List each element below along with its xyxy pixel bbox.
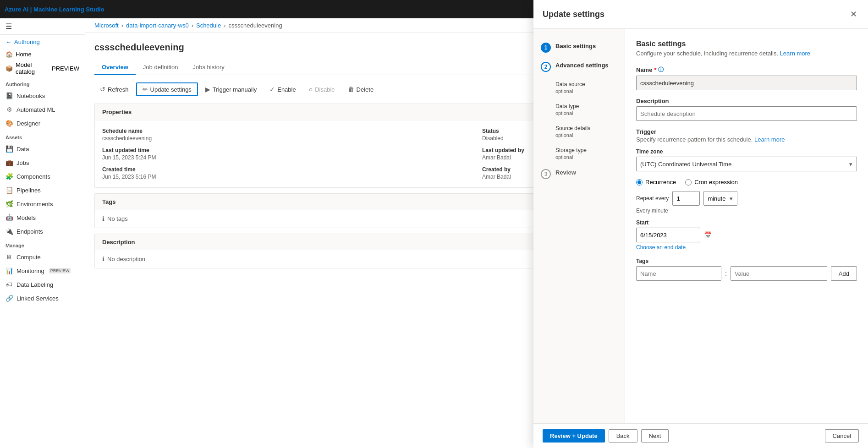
breadcrumb-microsoft[interactable]: Microsoft	[94, 22, 119, 29]
wizard-step-source-details[interactable]: Source details optional	[533, 120, 625, 142]
repeat-every-input[interactable]	[672, 191, 700, 206]
tags-form-label: Tags	[636, 258, 857, 264]
trigger-learn-more-link[interactable]: Learn more	[754, 136, 785, 143]
sidebar-item-pipelines[interactable]: 📋 Pipelines	[0, 183, 85, 197]
delete-button[interactable]: 🗑 Delete	[342, 83, 379, 95]
sidebar-item-jobs[interactable]: 💼 Jobs	[0, 156, 85, 169]
review-update-button[interactable]: Review + Update	[543, 429, 605, 443]
tag-value-input[interactable]	[731, 266, 827, 281]
trigger-manually-button[interactable]: ▶ Trigger manually	[200, 83, 262, 95]
sidebar-item-environments[interactable]: 🌿 Environments	[0, 197, 85, 211]
tab-jobs-history[interactable]: Jobs history	[185, 60, 231, 75]
designer-icon: 🎨	[5, 120, 13, 127]
panel-close-button[interactable]: ✕	[848, 7, 859, 21]
authoring-section-label: Authoring	[0, 77, 85, 89]
breadcrumb-schedule[interactable]: Schedule	[196, 22, 221, 29]
description-label: Description	[636, 98, 857, 104]
model-catalog-icon: 📦	[5, 65, 13, 72]
back-button[interactable]: Back	[609, 429, 637, 443]
automated-ml-label: Automated ML	[16, 106, 55, 113]
sidebar-item-linked-services[interactable]: 🔗 Linked Services	[0, 291, 85, 305]
hamburger-icon[interactable]: ☰	[5, 22, 12, 31]
repeat-unit-select[interactable]: minute hour day week month	[703, 191, 737, 206]
repeat-unit-wrapper: minute hour day week month ▾	[703, 191, 737, 206]
sidebar-item-designer[interactable]: 🎨 Designer	[0, 116, 85, 130]
home-item[interactable]: 🏠 Home	[0, 49, 85, 60]
wizard-step-source-details-optional: optional	[555, 132, 590, 138]
recurrence-radio-item[interactable]: Recurrence	[636, 179, 676, 186]
tab-overview[interactable]: Overview	[94, 60, 136, 75]
cron-label: Cron expression	[694, 179, 738, 186]
tags-info-icon: ℹ	[102, 215, 104, 222]
sidebar-item-monitoring[interactable]: 📊 Monitoring PREVIEW	[0, 264, 85, 278]
choose-end-link[interactable]: Choose an end date	[636, 244, 857, 251]
data-labeling-icon: 🏷	[5, 281, 13, 288]
monitoring-icon: 📊	[5, 267, 13, 274]
next-button[interactable]: Next	[641, 429, 669, 443]
timezone-select[interactable]: (UTC) Coordinated Universal Time	[636, 157, 857, 171]
sidebar-item-models[interactable]: 🤖 Models	[0, 211, 85, 224]
tags-inputs: : Add	[636, 266, 857, 281]
sidebar-item-data[interactable]: 💾 Data	[0, 142, 85, 156]
wizard-step-advanced-settings[interactable]: 2 Advanced settings	[533, 57, 625, 76]
topbar-left: Azure AI | Machine Learning Studio	[5, 6, 104, 13]
wizard-step-basic-settings[interactable]: 1 Basic settings	[533, 38, 625, 57]
disable-button[interactable]: ○ Disable	[303, 83, 341, 95]
wizard-step-2-num: 2	[541, 62, 551, 72]
cron-radio[interactable]	[685, 179, 692, 186]
cron-radio-item[interactable]: Cron expression	[685, 179, 738, 186]
calendar-icon[interactable]: 📅	[704, 231, 712, 239]
sidebar-item-components[interactable]: 🧩 Components	[0, 169, 85, 183]
start-date-input[interactable]	[636, 228, 700, 242]
back-arrow-icon: ←	[5, 38, 11, 45]
wizard-step-data-source[interactable]: Data source optional	[533, 76, 625, 98]
description-input[interactable]	[636, 106, 857, 121]
tag-add-button[interactable]: Add	[831, 266, 857, 281]
monitoring-label: Monitoring	[16, 268, 44, 274]
wizard-step-data-type-content: Data type optional	[555, 103, 579, 116]
breadcrumb-current: cssscheduleevening	[229, 22, 282, 29]
tag-name-input[interactable]	[636, 266, 721, 281]
sidebar-item-data-labeling[interactable]: 🏷 Data Labeling	[0, 278, 85, 291]
wizard-step-data-type[interactable]: Data type optional	[533, 98, 625, 120]
prop-created-time: Created time Jun 15, 2023 5:16 PM	[102, 166, 471, 180]
prop-schedule-name: Schedule name cssscheduleevening	[102, 128, 471, 142]
disable-icon: ○	[309, 86, 313, 93]
tab-job-definition[interactable]: Job definition	[136, 60, 186, 75]
linked-services-label: Linked Services	[16, 295, 59, 302]
start-row: 📅	[636, 228, 857, 242]
enable-button[interactable]: ✓ Enable	[264, 83, 301, 95]
model-catalog-item[interactable]: 📦 Model catalog PREVIEW	[0, 60, 85, 77]
name-input[interactable]	[636, 76, 857, 90]
sidebar-item-endpoints[interactable]: 🔌 Endpoints	[0, 224, 85, 238]
prop-last-updated-time-label: Last updated time	[102, 147, 471, 153]
back-to-workspaces[interactable]: ← Authoring	[0, 35, 85, 49]
wizard-step-review[interactable]: 3 Review	[533, 164, 625, 184]
tags-form-field: Tags : Add	[636, 258, 857, 281]
trigger-desc-text: Specify recurrence pattern for this sche…	[636, 136, 754, 143]
timezone-label: Time zone	[636, 148, 857, 155]
recurrence-radio[interactable]	[636, 179, 643, 186]
form-section-learn-more-link[interactable]: Learn more	[780, 50, 810, 57]
cancel-button[interactable]: Cancel	[825, 429, 859, 443]
description-field: Description	[636, 98, 857, 121]
preview-badge: PREVIEW	[52, 65, 79, 72]
sidebar-item-compute[interactable]: 🖥 Compute	[0, 250, 85, 264]
wizard-step-storage-type[interactable]: Storage type optional	[533, 142, 625, 164]
update-settings-button[interactable]: ✏ Update settings	[136, 82, 198, 96]
home-label: Home	[16, 51, 32, 58]
name-required: *	[654, 66, 656, 73]
sidebar-item-notebooks[interactable]: 📓 Notebooks	[0, 89, 85, 103]
breadcrumb-sep-2: ›	[192, 22, 193, 29]
data-icon: 💾	[5, 145, 13, 153]
refresh-button[interactable]: ↺ Refresh	[94, 83, 134, 95]
breadcrumb-sep-1: ›	[121, 22, 123, 29]
sidebar-item-automated-ml[interactable]: ⚙ Automated ML	[0, 103, 85, 116]
wizard-step-3-num: 3	[541, 169, 551, 179]
recurrence-radio-group: Recurrence Cron expression	[636, 179, 857, 186]
wizard-step-3-label: Review	[555, 169, 576, 176]
breadcrumb-workspace[interactable]: data-import-canary-ws0	[126, 22, 189, 29]
compute-label: Compute	[16, 254, 41, 261]
delete-icon: 🗑	[348, 86, 354, 93]
start-label: Start	[636, 219, 857, 226]
